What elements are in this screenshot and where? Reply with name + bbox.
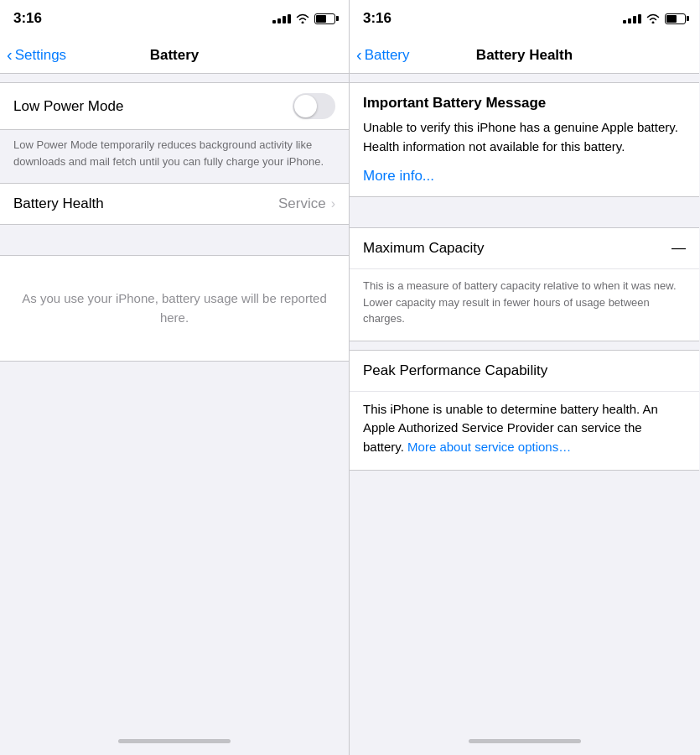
capacity-desc: This is a measure of battery capacity re… [350,269,699,341]
home-bar-right [469,739,581,743]
nav-title-left: Battery [150,47,200,64]
back-button-right[interactable]: ‹ Battery [356,46,410,65]
home-bar-left [118,739,231,743]
back-button-left[interactable]: ‹ Settings [7,46,66,65]
peak-header: Peak Performance Capability [350,351,699,392]
signal-icon-right [623,14,641,23]
battery-health-section: Battery Health Service › [0,183,349,225]
content-left: Low Power Mode Low Power Mode temporaril… [0,74,349,726]
toggle-thumb [294,95,317,117]
section-gap-3 [350,341,699,350]
important-message-card: Important Battery Message Unable to veri… [350,82,699,197]
left-panel: 3:16 ‹ Settings Battery [0,0,350,755]
content-right: Important Battery Message Unable to veri… [350,74,699,726]
maximum-capacity-card: Maximum Capacity — This is a measure of … [350,227,699,341]
status-icons-left [272,13,335,24]
more-info-link[interactable]: More info... [363,168,434,184]
back-chevron-left: ‹ [7,45,13,65]
nav-bar-left: ‹ Settings Battery [0,37,349,74]
peak-service-link[interactable]: More about service options… [407,440,571,454]
home-indicator-right [350,726,699,755]
back-label-left: Settings [15,47,66,64]
nav-bar-right: ‹ Battery Battery Health [350,37,699,74]
low-power-description-card: Low Power Mode temporarily reduces backg… [0,130,349,183]
right-panel: 3:16 ‹ Battery Battery Health [350,0,699,755]
usage-placeholder-text: As you use your iPhone, battery usage wi… [13,289,335,327]
battery-icon-right [665,13,686,24]
battery-health-chevron: › [331,196,335,211]
wifi-icon-right [646,13,660,23]
time-right: 3:16 [363,10,391,27]
status-bar-right: 3:16 [350,0,699,37]
capacity-header: Maximum Capacity — [350,228,699,269]
low-power-section: Low Power Mode [0,82,349,130]
peak-desc: This iPhone is unable to determine batte… [350,392,699,471]
status-icons-right [623,13,686,24]
home-indicator-left [0,726,349,755]
status-bar-left: 3:16 [0,0,349,37]
battery-health-label: Battery Health [13,195,278,212]
usage-placeholder-card: As you use your iPhone, battery usage wi… [0,255,349,362]
peak-title: Peak Performance Capability [363,362,547,378]
section-gap-1 [0,225,349,255]
battery-icon-left [314,13,335,24]
signal-icon [272,14,291,23]
important-title: Important Battery Message [363,95,686,112]
low-power-label: Low Power Mode [13,98,293,115]
low-power-toggle[interactable] [293,93,335,119]
wifi-icon [296,13,309,23]
low-power-description: Low Power Mode temporarily reduces backg… [13,137,335,169]
important-body: Unable to verify this iPhone has a genui… [363,118,686,156]
back-label-right: Battery [365,47,410,64]
section-gap-2 [350,197,699,227]
capacity-dash: — [671,240,686,257]
time-left: 3:16 [13,10,42,27]
nav-title-right: Battery Health [476,47,573,64]
peak-performance-card: Peak Performance Capability This iPhone … [350,350,699,471]
battery-health-row[interactable]: Battery Health Service › [0,184,349,224]
low-power-row[interactable]: Low Power Mode [0,83,349,129]
capacity-title: Maximum Capacity [363,240,671,257]
back-chevron-right: ‹ [356,45,362,65]
capacity-description-text: This is a measure of battery capacity re… [363,278,686,327]
battery-health-value: Service [278,195,326,212]
